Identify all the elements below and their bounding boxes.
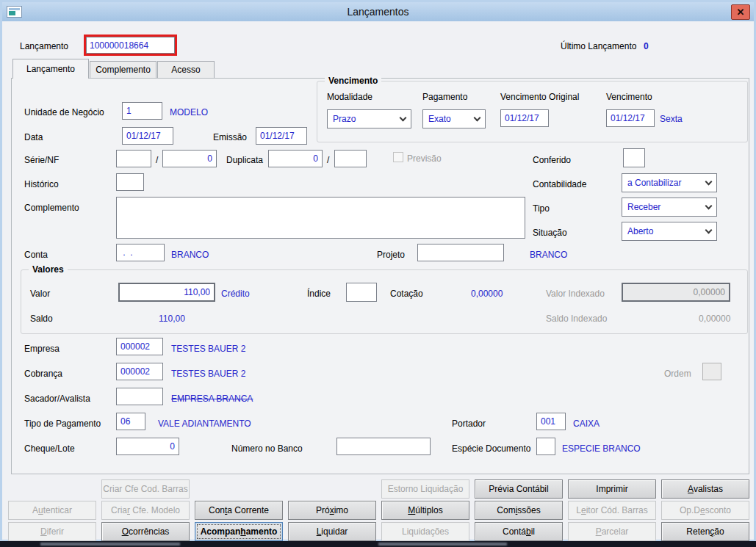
background-window-strip (0, 541, 756, 547)
unidade-negocio-label: Unidade de Negócio (24, 107, 104, 117)
screen: Lançamentos ✕ Lançamento Último Lançamen… (0, 0, 756, 547)
tab-acesso[interactable]: Acesso (157, 61, 215, 78)
acompanhamento-button[interactable]: Acompanhamento (195, 522, 283, 541)
criar-cfe-modelo-button: Criar Cfe. Modelo (101, 501, 190, 520)
historico-input[interactable] (116, 173, 144, 191)
ocorrencias-button[interactable]: Ocorrências (101, 522, 190, 541)
complemento-label: Complemento (24, 203, 79, 213)
proximo-button[interactable]: Próximo (288, 501, 376, 520)
tab-lancamento[interactable]: Lançamento (12, 59, 89, 79)
saldo-indexado-value: 0,00000 (699, 314, 730, 324)
contabil-button[interactable]: Contábil (475, 522, 563, 541)
tipo-pagamento-input[interactable] (116, 413, 145, 430)
vencimento-original-input[interactable] (500, 109, 549, 127)
cheque-lote-label: Cheque/Lote (24, 443, 75, 454)
duplicata-separator: / (327, 155, 329, 165)
pagamento-select[interactable]: Exato (422, 109, 486, 128)
indice-input[interactable] (346, 283, 377, 302)
contabilidade-label: Contabilidade (533, 179, 586, 189)
situacao-select[interactable]: Aberto (622, 222, 717, 241)
valor-indexado-input (622, 283, 730, 302)
conta-label: Conta (24, 250, 48, 260)
multiplos-button[interactable]: Múltiplos (381, 501, 469, 520)
sacador-avalista-label: Sacador/Avalista (24, 394, 90, 404)
autenticar-button: Autenticar (8, 501, 96, 520)
emissao-input[interactable] (256, 127, 307, 145)
portador-input[interactable] (536, 413, 566, 430)
title-bar[interactable]: Lançamentos ✕ (2, 2, 754, 21)
sacador-avalista-description: EMPRESA BRANCA (171, 394, 253, 404)
conferido-input[interactable] (623, 148, 645, 167)
window-title: Lançamentos (347, 6, 408, 18)
modalidade-label: Modalidade (327, 92, 372, 102)
valores-group-title: Valores (29, 264, 68, 275)
previa-contabil-button[interactable]: Prévia Contábil (475, 479, 563, 499)
contabilidade-value: a Contabilizar (627, 178, 681, 188)
ordem-label: Ordem (664, 369, 691, 379)
chevron-down-icon (705, 226, 713, 233)
tab-complemento[interactable]: Complemento (90, 61, 156, 78)
duplicata-label: Duplicata (226, 155, 263, 165)
imprimir-button[interactable]: Imprimir (568, 479, 656, 499)
diferir-button: Diferir (8, 522, 96, 541)
action-button-grid: Criar Cfe Cod. Barras Estorno Liquidação… (8, 479, 752, 541)
data-input[interactable] (122, 127, 173, 145)
cobranca-description: TESTES BAUER 2 (171, 369, 245, 379)
vencimento-input[interactable] (606, 109, 655, 127)
background-text-smudge (378, 543, 507, 546)
tipo-select[interactable]: Receber (622, 198, 717, 217)
saldo-value: 110,00 (159, 314, 185, 324)
modalidade-select[interactable]: Prazo (327, 109, 411, 128)
valores-group: Valores (21, 269, 748, 334)
criar-cfe-cod-barras-button: Criar Cfe Cod. Barras (101, 479, 190, 499)
lancamento-input[interactable] (86, 37, 175, 54)
conta-input[interactable] (116, 244, 165, 261)
duplicata-parcela-input[interactable] (334, 150, 367, 167)
unidade-negocio-description: MODELO (170, 107, 208, 117)
previsao-checkbox (393, 152, 403, 162)
conta-corrente-button[interactable]: Conta Corrente (195, 501, 283, 520)
emissao-label: Emissão (213, 132, 247, 142)
chevron-down-icon (705, 178, 713, 185)
especie-documento-input[interactable] (536, 438, 555, 455)
tipo-label: Tipo (533, 203, 550, 214)
numero-banco-input[interactable] (336, 438, 431, 455)
projeto-label: Projeto (377, 250, 405, 260)
ultimo-lancamento-label: Último Lançamento (561, 41, 636, 51)
avalistas-button[interactable]: Avalistas (661, 479, 749, 499)
especie-documento-description: ESPECIE BRANCO (562, 443, 641, 454)
background-text-smudge (40, 543, 180, 546)
valor-label: Valor (30, 289, 50, 299)
chevron-down-icon (400, 114, 407, 121)
duplicata-input[interactable] (268, 150, 323, 167)
lancamento-label: Lançamento (20, 41, 68, 51)
form-icon (7, 6, 22, 18)
contabilidade-select[interactable]: a Contabilizar (622, 173, 717, 192)
close-icon[interactable]: ✕ (731, 4, 750, 20)
serie-separator: / (156, 155, 158, 165)
tipo-pagamento-label: Tipo de Pagamento (24, 419, 101, 429)
complemento-textarea[interactable] (116, 197, 525, 239)
leitor-cod-barras-button: Leitor Cód. Barras (568, 501, 656, 520)
ordem-box (702, 363, 721, 380)
retencao-button[interactable]: Retenção (661, 522, 749, 541)
liquidacoes-button: Liquidações (381, 522, 469, 541)
conferido-label: Conferido (533, 155, 571, 165)
nf-input[interactable] (162, 150, 217, 167)
lancamentos-window: Lançamentos ✕ Lançamento Último Lançamen… (0, 0, 756, 542)
op-desconto-button: Op.Desconto (661, 501, 749, 520)
valor-input[interactable] (118, 283, 215, 302)
projeto-input[interactable] (417, 244, 504, 261)
modalidade-value: Prazo (333, 114, 356, 124)
unidade-negocio-input[interactable] (122, 102, 162, 120)
sacador-avalista-input[interactable] (116, 388, 163, 405)
empresa-input[interactable] (116, 338, 163, 355)
comissoes-button[interactable]: Comissões (475, 501, 563, 520)
cheque-lote-input[interactable] (116, 438, 179, 455)
saldo-indexado-label: Saldo Indexado (546, 314, 607, 324)
credito-label: Crédito (221, 289, 250, 299)
cobranca-input[interactable] (116, 363, 163, 380)
indice-label: Índice (307, 289, 331, 299)
serie-input[interactable] (116, 150, 151, 167)
liquidar-button[interactable]: Liquidar (288, 522, 376, 541)
